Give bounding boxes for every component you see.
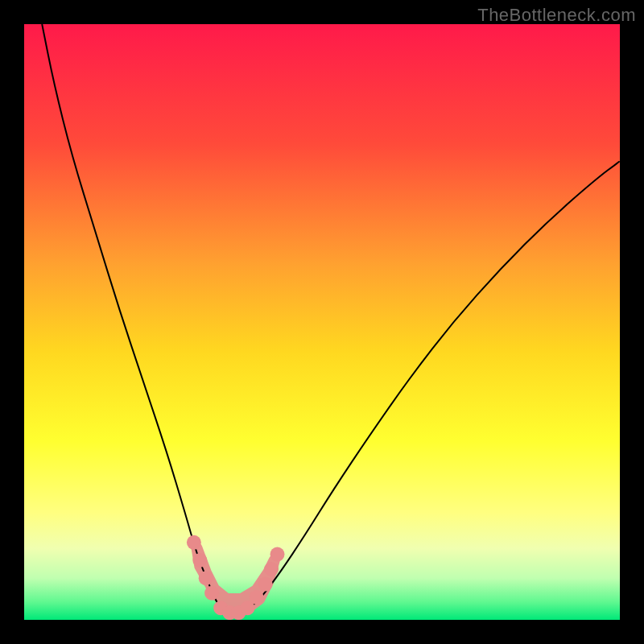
marker-point <box>250 590 264 605</box>
gradient-background <box>24 24 620 620</box>
marker-point <box>204 586 219 601</box>
chart-svg <box>24 24 620 620</box>
chart-frame: TheBottleneck.com <box>0 0 644 644</box>
marker-point <box>258 577 273 592</box>
watermark-text: TheBottleneck.com <box>477 5 636 26</box>
marker-point <box>199 571 213 585</box>
marker-point <box>192 553 207 568</box>
plot-area <box>24 24 620 620</box>
marker-point <box>264 562 279 576</box>
marker-point <box>187 535 201 550</box>
marker-point <box>270 547 285 562</box>
